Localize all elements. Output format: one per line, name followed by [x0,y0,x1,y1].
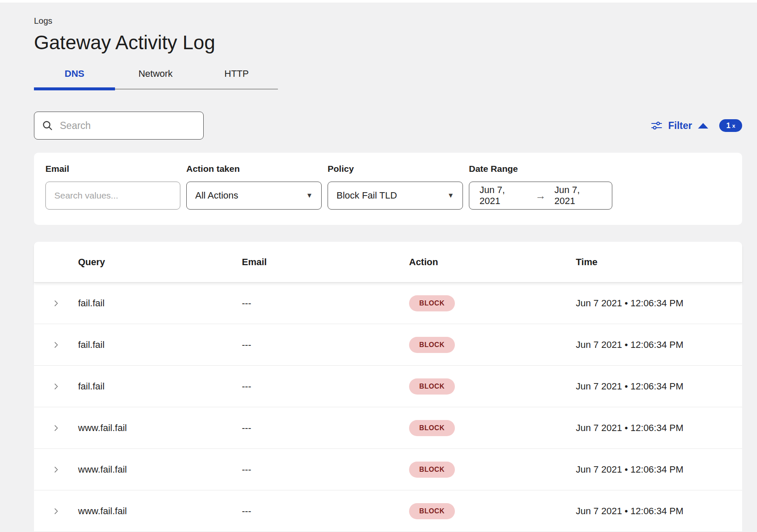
chevron-right-icon [52,382,60,391]
filter-count-badge[interactable]: 1 x [719,119,742,132]
breadcrumb[interactable]: Logs [34,16,742,26]
top-strip [0,0,757,3]
expand-row-button[interactable] [34,299,78,308]
collapse-caret-icon[interactable] [698,123,708,129]
table-header-row: Query Email Action Time [34,242,742,283]
row-email: --- [242,464,409,475]
table-row[interactable]: fail.fail --- BLOCK Jun 7 2021 • 12:06:3… [34,324,742,366]
expand-row-button[interactable] [34,424,78,432]
expand-row-button[interactable] [34,341,78,349]
chevron-right-icon [52,299,60,308]
action-cell: BLOCK [409,378,576,395]
table-row[interactable]: fail.fail --- BLOCK Jun 7 2021 • 12:06:3… [34,283,742,324]
table-row[interactable]: fail.fail --- BLOCK Jun 7 2021 • 12:06:3… [34,366,742,407]
expand-row-button[interactable] [34,465,78,474]
filter-clear-x: x [732,123,735,129]
chevron-right-icon [52,341,60,349]
action-filter-value: All Actions [195,190,238,201]
status-badge: BLOCK [409,503,455,519]
row-query: fail.fail [78,339,242,350]
chevron-right-icon [52,424,60,432]
row-query: www.fail.fail [78,423,242,434]
policy-filter-value: Block Fail TLD [336,190,397,201]
row-query: www.fail.fail [78,464,242,475]
expand-row-button[interactable] [34,507,78,515]
action-cell: BLOCK [409,462,576,478]
chevron-down-icon: ▼ [306,192,313,199]
action-filter-select[interactable]: All Actions ▼ [186,182,322,210]
filter-controls: Filter 1 x [651,119,742,132]
row-email: --- [242,339,409,350]
chevron-right-icon [52,465,60,474]
row-query: fail.fail [78,381,242,392]
filter-field-date-range: Date Range Jun 7, 2021 → Jun 7, 2021 [469,164,612,210]
date-range-end[interactable]: Jun 7, 2021 [555,185,602,207]
date-range-start[interactable]: Jun 7, 2021 [479,185,527,207]
filter-field-email: Email [45,164,180,210]
status-badge: BLOCK [409,378,455,395]
table-row[interactable]: www.fail.fail --- BLOCK Jun 7 2021 • 12:… [34,490,742,532]
filter-toggle-button[interactable]: Filter [668,120,692,132]
action-cell: BLOCK [409,337,576,353]
status-badge: BLOCK [409,295,455,311]
search-filter-row: Filter 1 x [34,112,742,140]
chevron-down-icon: ▼ [447,192,454,199]
tab-dns[interactable]: DNS [34,68,115,89]
column-header-action: Action [409,257,576,268]
column-header-time: Time [576,257,742,268]
filter-field-action: Action taken All Actions ▼ [186,164,322,210]
row-time: Jun 7 2021 • 12:06:34 PM [576,506,742,517]
column-header-email: Email [242,257,409,268]
row-email: --- [242,423,409,434]
activity-log-table: Query Email Action Time fail.fail --- BL… [34,242,742,532]
filter-sliders-icon[interactable] [651,120,662,132]
row-time: Jun 7 2021 • 12:06:34 PM [576,464,742,475]
policy-filter-select[interactable]: Block Fail TLD ▼ [328,182,463,210]
expand-row-button[interactable] [34,382,78,391]
row-time: Jun 7 2021 • 12:06:34 PM [576,423,742,434]
table-row[interactable]: www.fail.fail --- BLOCK Jun 7 2021 • 12:… [34,407,742,449]
page-title: Gateway Activity Log [34,31,742,54]
page-content: Logs Gateway Activity Log DNS Network HT… [0,16,757,532]
arrow-right-icon: → [536,190,546,201]
filter-field-policy: Policy Block Fail TLD ▼ [328,164,463,210]
column-header-query: Query [78,257,242,268]
tab-bar: DNS Network HTTP [34,68,278,90]
action-cell: BLOCK [409,503,576,519]
tab-network[interactable]: Network [115,68,196,89]
search-input[interactable] [60,120,196,132]
action-cell: BLOCK [409,295,576,311]
row-query: www.fail.fail [78,506,242,517]
action-filter-label: Action taken [186,164,322,174]
date-range-picker[interactable]: Jun 7, 2021 → Jun 7, 2021 [469,182,612,210]
row-time: Jun 7 2021 • 12:06:34 PM [576,298,742,309]
table-row[interactable]: www.fail.fail --- BLOCK Jun 7 2021 • 12:… [34,449,742,490]
email-filter-label: Email [45,164,180,174]
filter-panel: Email Action taken All Actions ▼ Policy … [34,153,742,225]
row-email: --- [242,506,409,517]
search-icon [42,120,53,131]
date-range-label: Date Range [469,164,612,174]
table-body: fail.fail --- BLOCK Jun 7 2021 • 12:06:3… [34,283,742,532]
row-time: Jun 7 2021 • 12:06:34 PM [576,381,742,392]
row-email: --- [242,298,409,309]
policy-filter-label: Policy [328,164,463,174]
status-badge: BLOCK [409,420,455,436]
row-time: Jun 7 2021 • 12:06:34 PM [576,339,742,350]
chevron-right-icon [52,507,60,515]
action-cell: BLOCK [409,420,576,436]
status-badge: BLOCK [409,337,455,353]
search-box[interactable] [34,112,204,140]
row-email: --- [242,381,409,392]
filter-count: 1 [726,121,730,130]
email-filter-input[interactable] [45,182,180,210]
status-badge: BLOCK [409,462,455,478]
row-query: fail.fail [78,298,242,309]
tab-http[interactable]: HTTP [196,68,277,89]
